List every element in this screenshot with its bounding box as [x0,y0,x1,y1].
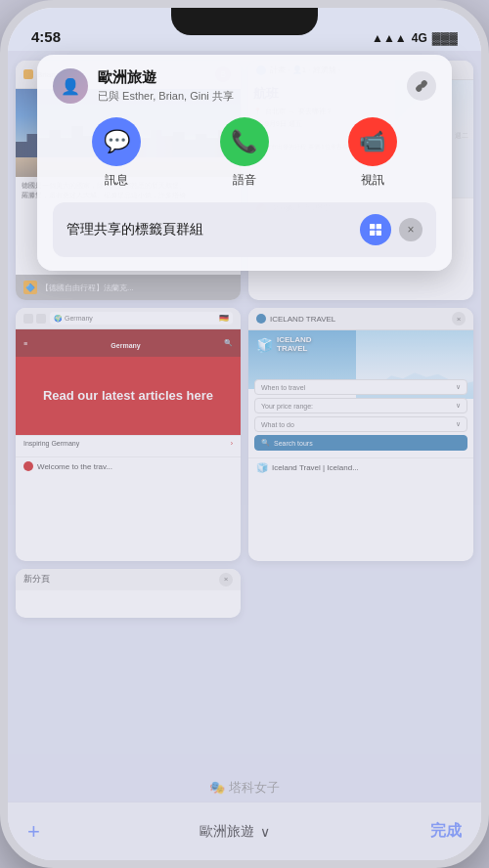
action-phone-label: 語音 [233,172,256,189]
svg-rect-0 [370,224,375,229]
action-phone[interactable]: 📞 語音 [220,117,269,189]
screen: 4:58 ▲▲▲ 4G ▓▓▓ Brian B [8,8,481,860]
share-popup-title: 歐洲旅遊 [98,68,234,87]
status-icons: ▲▲▲ 4G ▓▓▓ [372,31,458,45]
action-video-label: 視訊 [361,172,384,189]
signal-bars: ▲▲▲ [372,31,407,45]
share-avatar: 👤 [53,68,88,104]
phone-frame: 4:58 ▲▲▲ 4G ▓▓▓ Brian B [0,0,489,868]
share-link-icon[interactable] [407,71,436,101]
video-icon: 📹 [348,117,397,166]
battery-icon: ▓▓▓ [432,31,458,45]
action-message-label: 訊息 [105,172,128,189]
status-time: 4:58 [31,28,61,45]
network-type: 4G [412,31,427,45]
action-message[interactable]: 💬 訊息 [92,117,141,189]
share-popup: 👤 歐洲旅遊 已與 Esther, Brian, Gini 共享 💬 訊息 📞 … [37,55,452,271]
notch [171,8,318,35]
svg-rect-2 [370,231,375,236]
share-popup-header: 👤 歐洲旅遊 已與 Esther, Brian, Gini 共享 [53,68,436,104]
share-popup-manage[interactable]: 管理共享的標籤頁群組 × [53,202,436,257]
message-icon: 💬 [92,117,141,166]
phone-icon: 📞 [220,117,269,166]
share-popup-subtitle: 已與 Esther, Brian, Gini 共享 [98,89,234,104]
manage-close-btn[interactable]: × [399,218,422,241]
action-video[interactable]: 📹 視訊 [348,117,397,189]
manage-text: 管理共享的標籤頁群組 [67,221,360,239]
svg-rect-1 [377,224,381,229]
share-popup-actions: 💬 訊息 📞 語音 📹 視訊 [53,117,436,189]
share-popup-info: 歐洲旅遊 已與 Esther, Brian, Gini 共享 [98,68,234,104]
manage-icon [360,214,391,245]
svg-rect-3 [377,231,381,236]
